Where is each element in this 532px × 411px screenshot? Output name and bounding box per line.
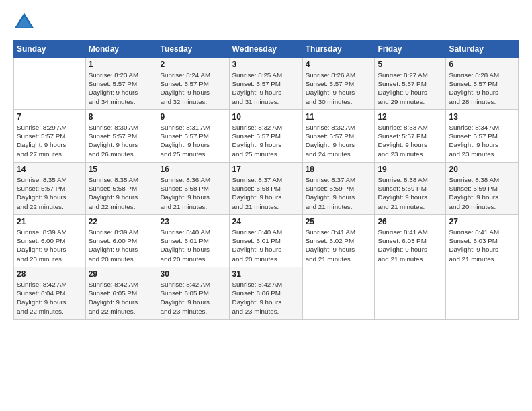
day-number: 31: [232, 269, 300, 279]
day-info: Sunrise: 8:32 AMSunset: 5:57 PMDaylight:…: [306, 123, 372, 158]
calendar-cell: 24Sunrise: 8:40 AMSunset: 6:01 PMDayligh…: [229, 215, 302, 267]
calendar-cell: 7Sunrise: 8:29 AMSunset: 5:57 PMDaylight…: [14, 110, 86, 163]
day-info: Sunrise: 8:31 AMSunset: 5:57 PMDaylight:…: [160, 123, 226, 158]
day-number: 3: [232, 60, 300, 69]
day-number: 30: [160, 269, 226, 279]
day-info: Sunrise: 8:30 AMSunset: 5:57 PMDaylight:…: [89, 123, 154, 158]
day-number: 8: [89, 112, 154, 122]
day-info: Sunrise: 8:38 AMSunset: 5:59 PMDaylight:…: [449, 175, 515, 211]
day-info: Sunrise: 8:40 AMSunset: 6:01 PMDaylight:…: [160, 228, 226, 263]
day-number: 10: [232, 112, 300, 122]
day-info: Sunrise: 8:25 AMSunset: 5:57 PMDaylight:…: [232, 71, 300, 106]
weekday-header: Friday: [375, 41, 446, 58]
day-number: 2: [160, 60, 226, 69]
day-number: 26: [378, 217, 443, 226]
calendar-cell: 12Sunrise: 8:33 AMSunset: 5:57 PMDayligh…: [375, 110, 446, 163]
header: [13, 12, 519, 34]
day-info: Sunrise: 8:39 AMSunset: 6:00 PMDaylight:…: [17, 228, 83, 263]
day-info: Sunrise: 8:33 AMSunset: 5:57 PMDaylight:…: [378, 123, 443, 158]
calendar-cell: 1Sunrise: 8:23 AMSunset: 5:57 PMDaylight…: [85, 58, 157, 110]
day-info: Sunrise: 8:42 AMSunset: 6:06 PMDaylight:…: [232, 280, 300, 316]
logo: [13, 12, 39, 34]
day-number: 11: [306, 112, 372, 122]
day-info: Sunrise: 8:32 AMSunset: 5:57 PMDaylight:…: [232, 123, 300, 158]
day-number: 4: [306, 60, 372, 69]
weekday-header: Thursday: [302, 41, 375, 58]
calendar-week-row: 7Sunrise: 8:29 AMSunset: 5:57 PMDaylight…: [14, 110, 519, 163]
day-number: 18: [306, 165, 372, 174]
calendar-cell: 23Sunrise: 8:40 AMSunset: 6:01 PMDayligh…: [157, 215, 229, 267]
day-number: 13: [449, 112, 515, 122]
calendar-cell: 31Sunrise: 8:42 AMSunset: 6:06 PMDayligh…: [229, 267, 302, 320]
day-info: Sunrise: 8:37 AMSunset: 5:58 PMDaylight:…: [232, 175, 300, 211]
calendar-cell: 8Sunrise: 8:30 AMSunset: 5:57 PMDaylight…: [85, 110, 157, 163]
calendar-cell: 15Sunrise: 8:35 AMSunset: 5:58 PMDayligh…: [85, 163, 157, 215]
calendar-cell: 13Sunrise: 8:34 AMSunset: 5:57 PMDayligh…: [446, 110, 519, 163]
day-number: 21: [17, 217, 83, 226]
day-info: Sunrise: 8:34 AMSunset: 5:57 PMDaylight:…: [449, 123, 515, 158]
day-info: Sunrise: 8:37 AMSunset: 5:59 PMDaylight:…: [306, 175, 372, 211]
calendar-cell: 19Sunrise: 8:38 AMSunset: 5:59 PMDayligh…: [375, 163, 446, 215]
calendar-cell: 6Sunrise: 8:28 AMSunset: 5:57 PMDaylight…: [446, 58, 519, 110]
calendar-cell: 11Sunrise: 8:32 AMSunset: 5:57 PMDayligh…: [302, 110, 375, 163]
calendar-cell: 14Sunrise: 8:35 AMSunset: 5:57 PMDayligh…: [14, 163, 86, 215]
calendar-header: SundayMondayTuesdayWednesdayThursdayFrid…: [14, 41, 519, 58]
day-info: Sunrise: 8:41 AMSunset: 6:03 PMDaylight:…: [449, 228, 515, 263]
day-info: Sunrise: 8:40 AMSunset: 6:01 PMDaylight:…: [232, 228, 300, 263]
day-info: Sunrise: 8:38 AMSunset: 5:59 PMDaylight:…: [378, 175, 443, 211]
day-number: 14: [17, 165, 83, 174]
day-number: 23: [160, 217, 226, 226]
calendar-cell: 25Sunrise: 8:41 AMSunset: 6:02 PMDayligh…: [302, 215, 375, 267]
calendar-cell: 29Sunrise: 8:42 AMSunset: 6:05 PMDayligh…: [85, 267, 157, 320]
weekday-header: Saturday: [446, 41, 519, 58]
day-info: Sunrise: 8:23 AMSunset: 5:57 PMDaylight:…: [89, 71, 154, 106]
day-info: Sunrise: 8:26 AMSunset: 5:57 PMDaylight:…: [306, 71, 372, 106]
calendar-cell: 4Sunrise: 8:26 AMSunset: 5:57 PMDaylight…: [302, 58, 375, 110]
day-number: 28: [17, 269, 83, 279]
calendar-week-row: 28Sunrise: 8:42 AMSunset: 6:04 PMDayligh…: [14, 267, 519, 320]
weekday-header: Monday: [85, 41, 157, 58]
calendar-cell: 21Sunrise: 8:39 AMSunset: 6:00 PMDayligh…: [14, 215, 86, 267]
day-info: Sunrise: 8:41 AMSunset: 6:03 PMDaylight:…: [378, 228, 443, 263]
day-info: Sunrise: 8:42 AMSunset: 6:05 PMDaylight:…: [89, 280, 154, 316]
calendar-cell: 28Sunrise: 8:42 AMSunset: 6:04 PMDayligh…: [14, 267, 86, 320]
calendar-cell: 10Sunrise: 8:32 AMSunset: 5:57 PMDayligh…: [229, 110, 302, 163]
weekday-header: Sunday: [14, 41, 86, 58]
weekday-header: Tuesday: [157, 41, 229, 58]
calendar-cell: 30Sunrise: 8:42 AMSunset: 6:05 PMDayligh…: [157, 267, 229, 320]
day-number: 12: [378, 112, 443, 122]
day-info: Sunrise: 8:42 AMSunset: 6:05 PMDaylight:…: [160, 280, 226, 316]
calendar-week-row: 1Sunrise: 8:23 AMSunset: 5:57 PMDaylight…: [14, 58, 519, 110]
day-number: 15: [89, 165, 154, 174]
calendar-cell: [302, 267, 375, 320]
logo-icon: [13, 12, 35, 34]
calendar-cell: [375, 267, 446, 320]
day-number: 20: [449, 165, 515, 174]
calendar-week-row: 14Sunrise: 8:35 AMSunset: 5:57 PMDayligh…: [14, 163, 519, 215]
day-info: Sunrise: 8:24 AMSunset: 5:57 PMDaylight:…: [160, 71, 226, 106]
calendar-cell: 27Sunrise: 8:41 AMSunset: 6:03 PMDayligh…: [446, 215, 519, 267]
calendar-cell: 18Sunrise: 8:37 AMSunset: 5:59 PMDayligh…: [302, 163, 375, 215]
calendar-cell: [446, 267, 519, 320]
day-number: 29: [89, 269, 154, 279]
calendar-body: 1Sunrise: 8:23 AMSunset: 5:57 PMDaylight…: [14, 58, 519, 320]
day-number: 25: [306, 217, 372, 226]
day-number: 22: [89, 217, 154, 226]
page: SundayMondayTuesdayWednesdayThursdayFrid…: [0, 0, 532, 326]
calendar-cell: 17Sunrise: 8:37 AMSunset: 5:58 PMDayligh…: [229, 163, 302, 215]
day-number: 24: [232, 217, 300, 226]
day-number: 6: [449, 60, 515, 69]
day-number: 7: [17, 112, 83, 122]
day-info: Sunrise: 8:35 AMSunset: 5:57 PMDaylight:…: [17, 175, 83, 211]
day-info: Sunrise: 8:36 AMSunset: 5:58 PMDaylight:…: [160, 175, 226, 211]
day-info: Sunrise: 8:41 AMSunset: 6:02 PMDaylight:…: [306, 228, 372, 263]
day-info: Sunrise: 8:29 AMSunset: 5:57 PMDaylight:…: [17, 123, 83, 158]
day-info: Sunrise: 8:42 AMSunset: 6:04 PMDaylight:…: [17, 280, 83, 316]
calendar-cell: 2Sunrise: 8:24 AMSunset: 5:57 PMDaylight…: [157, 58, 229, 110]
weekday-header: Wednesday: [229, 41, 302, 58]
day-number: 19: [378, 165, 443, 174]
calendar-cell: 9Sunrise: 8:31 AMSunset: 5:57 PMDaylight…: [157, 110, 229, 163]
calendar-table: SundayMondayTuesdayWednesdayThursdayFrid…: [13, 40, 519, 320]
calendar-cell: 5Sunrise: 8:27 AMSunset: 5:57 PMDaylight…: [375, 58, 446, 110]
calendar-cell: 22Sunrise: 8:39 AMSunset: 6:00 PMDayligh…: [85, 215, 157, 267]
